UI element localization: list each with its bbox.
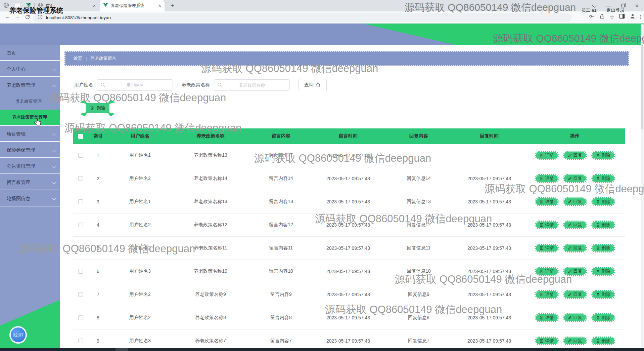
- timer-badge[interactable]: 02:07: [9, 326, 27, 344]
- sidebar-item-3[interactable]: 项目管理: [0, 126, 60, 142]
- reply-button[interactable]: 回复: [563, 313, 587, 322]
- username-label: 用户姓名: [74, 82, 93, 88]
- delete-button[interactable]: 删除: [591, 197, 615, 206]
- delete-selected-button[interactable]: 删除: [86, 103, 109, 113]
- row-checkbox[interactable]: [78, 246, 83, 250]
- cell-msg_time: 2023-05-17 09:57:43: [313, 199, 383, 204]
- select-all-checkbox[interactable]: [78, 134, 83, 139]
- share-icon[interactable]: [599, 13, 605, 21]
- breadcrumb-home[interactable]: 首页: [74, 55, 82, 62]
- reply-button[interactable]: 回复: [563, 290, 587, 299]
- sidebar-subitem-2-1[interactable]: 养老政策留言管理: [0, 110, 60, 125]
- detail-button[interactable]: 详情: [535, 337, 559, 345]
- detail-icon: [540, 269, 544, 273]
- delete-button[interactable]: 删除: [591, 244, 615, 252]
- tab-close-icon[interactable]: ×: [158, 3, 161, 8]
- delete-button[interactable]: 删除: [591, 221, 615, 229]
- cell-reply: 回复信息10: [383, 268, 454, 274]
- key-icon[interactable]: [589, 13, 595, 21]
- app-title: 养老保险管理系统: [9, 6, 63, 15]
- detail-button[interactable]: 详情: [535, 244, 559, 252]
- logout-link[interactable]: 退出登录: [606, 7, 625, 13]
- delete-button[interactable]: 删除: [591, 174, 615, 183]
- reply-button[interactable]: 回复: [563, 174, 587, 183]
- row-actions: 详情回复删除: [524, 151, 625, 160]
- reply-button[interactable]: 回复: [563, 221, 587, 229]
- row-actions: 详情回复删除: [524, 244, 625, 252]
- reply-button[interactable]: 回复: [563, 151, 587, 160]
- browser-tab-active[interactable]: 养老保险管理系统 ×: [100, 0, 165, 11]
- row-checkbox[interactable]: [78, 176, 83, 181]
- row-checkbox[interactable]: [78, 153, 83, 158]
- sidebar-item-6[interactable]: 留言板管理: [0, 174, 60, 190]
- reply-button[interactable]: 回复: [563, 337, 587, 345]
- row-actions: 详情回复删除: [524, 174, 625, 183]
- delete-button[interactable]: 删除: [591, 290, 615, 299]
- side-panel-icon[interactable]: [619, 13, 625, 21]
- detail-button[interactable]: 详情: [535, 221, 559, 229]
- sidebar-item-0[interactable]: 首页: [0, 45, 60, 61]
- url-text[interactable]: localhost:8081/#/zhengceLiuyan: [46, 15, 111, 20]
- sidebar-item-1[interactable]: 个人中心: [0, 61, 60, 77]
- detail-button[interactable]: 详情: [535, 151, 559, 160]
- row-checkbox[interactable]: [78, 269, 83, 274]
- cell-index: 3: [88, 199, 108, 204]
- breadcrumb-separator: |: [86, 56, 87, 61]
- messages-table: 索引用户姓名养老政策名称留言内容留言时间回复内容回复时间操作 1用户姓名1养老政…: [73, 128, 625, 351]
- row-checkbox[interactable]: [78, 292, 83, 297]
- cell-policy: 养老政策名称14: [172, 176, 249, 182]
- bookmark-star-icon[interactable]: ☆: [610, 14, 614, 20]
- delete-button[interactable]: 删除: [591, 313, 615, 322]
- detail-icon: [540, 339, 544, 343]
- sidebar-item-5[interactable]: 公告资讯管理: [0, 158, 60, 174]
- detail-button[interactable]: 详情: [535, 197, 559, 206]
- new-tab-button[interactable]: +: [169, 2, 176, 10]
- delete-button[interactable]: 删除: [591, 267, 615, 276]
- row-checkbox[interactable]: [78, 339, 83, 343]
- cell-msg_time: 2023-05-17 09:57:43: [313, 269, 383, 274]
- username-input[interactable]: [97, 79, 173, 91]
- reply-button[interactable]: 回复: [563, 267, 587, 276]
- cell-content: 留言内容8: [249, 315, 313, 321]
- sidebar-item-label: 个人中心: [7, 66, 26, 72]
- detail-button[interactable]: 详情: [535, 267, 559, 276]
- detail-button[interactable]: 详情: [535, 290, 559, 299]
- sidebar-item-7[interactable]: 轮播图信息: [0, 190, 60, 206]
- address-bar[interactable]: localhost:8081/#/zhengceLiuyan: [33, 13, 571, 22]
- sidebar-item-2[interactable]: 养老政策管理: [0, 77, 60, 93]
- delete-button[interactable]: 删除: [591, 151, 615, 160]
- delete-button[interactable]: 删除: [591, 337, 615, 345]
- refresh-icon[interactable]: [24, 14, 32, 22]
- row-checkbox[interactable]: [78, 315, 83, 320]
- trash-icon: [90, 106, 94, 110]
- row-actions: 详情回复删除: [524, 337, 625, 345]
- detail-button[interactable]: 详情: [535, 313, 559, 322]
- tab-close-icon[interactable]: ×: [93, 3, 96, 8]
- cell-user: 用户姓名2: [108, 222, 172, 228]
- close-button[interactable]: ×: [630, 0, 644, 11]
- row-checkbox[interactable]: [78, 223, 83, 227]
- cell-index: 7: [88, 292, 108, 297]
- column-header: 回复内容: [383, 133, 454, 139]
- sidebar-subitem-2-0[interactable]: 养老政策管理: [0, 93, 60, 110]
- scrollbar-thumb[interactable]: [641, 45, 643, 129]
- query-button[interactable]: 查询: [298, 79, 327, 91]
- reply-button[interactable]: 回复: [563, 244, 587, 252]
- trash-icon: [596, 223, 600, 227]
- table-row: 3用户姓名1养老政策名称13留言内容132023-05-17 09:57:43回…: [73, 190, 625, 213]
- browser-menu-icon[interactable]: [640, 15, 641, 19]
- sidebar-item-label: 留言板管理: [7, 180, 30, 185]
- sidebar-item-4[interactable]: 保险参保管理: [0, 142, 60, 158]
- detail-button[interactable]: 详情: [535, 174, 559, 183]
- column-header: 留言内容: [249, 133, 313, 139]
- globe-icon[interactable]: [3, 2, 9, 9]
- row-actions: 详情回复删除: [524, 290, 625, 299]
- cell-user: 用户姓名1: [108, 152, 172, 158]
- reply-button[interactable]: 回复: [563, 197, 587, 206]
- policy-name-input[interactable]: [214, 79, 290, 91]
- page-scrollbar[interactable]: [641, 24, 644, 348]
- info-icon[interactable]: [38, 14, 43, 21]
- profile-avatar-icon[interactable]: [630, 13, 636, 21]
- detail-icon: [540, 223, 544, 227]
- row-checkbox[interactable]: [78, 199, 83, 204]
